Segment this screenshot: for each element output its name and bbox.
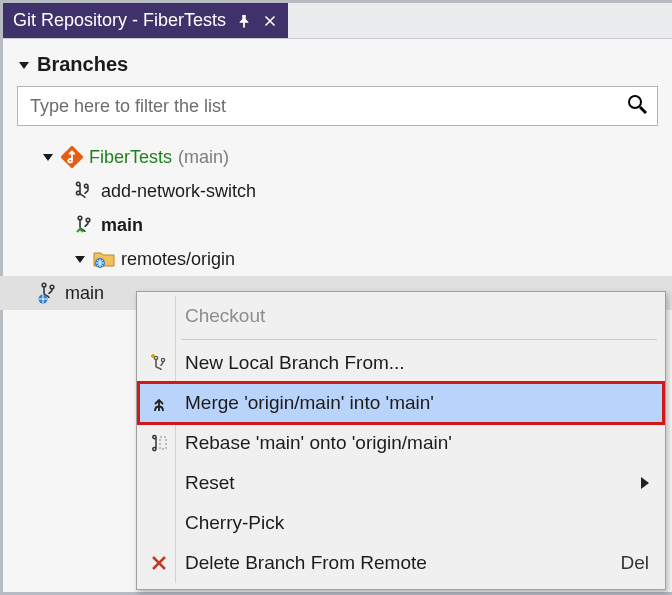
remote-folder-icon — [93, 248, 115, 270]
svg-line-1 — [640, 107, 646, 113]
filter-box[interactable] — [17, 86, 658, 126]
collapse-icon[interactable] — [17, 58, 31, 72]
svg-point-3 — [78, 216, 82, 220]
branch-label: main — [101, 215, 143, 236]
blank-icon — [145, 471, 173, 495]
tab-git-repository[interactable]: Git Repository - FiberTests — [3, 3, 288, 38]
git-repository-panel: Git Repository - FiberTests Branches — [0, 0, 672, 595]
panel-content: Branches FiberTests (main) — [3, 39, 672, 324]
svg-point-10 — [161, 358, 164, 361]
menu-item-merge[interactable]: Merge 'origin/main' into 'main' — [139, 383, 663, 423]
collapse-icon[interactable] — [73, 252, 87, 266]
svg-point-6 — [42, 283, 46, 287]
tree-branch-item[interactable]: add-network-switch — [69, 174, 658, 208]
repo-current-branch: (main) — [178, 147, 229, 168]
section-title: Branches — [37, 53, 128, 76]
context-menu: Checkout New Local Branch From... Merge … — [136, 291, 666, 590]
pin-icon[interactable] — [236, 13, 252, 29]
blank-icon — [145, 511, 173, 535]
tree-branch-item-current[interactable]: main — [69, 208, 658, 242]
repo-name: FiberTests — [89, 147, 172, 168]
remote-branch-icon — [37, 282, 59, 304]
svg-point-4 — [86, 218, 90, 222]
delete-icon — [145, 551, 173, 575]
svg-rect-11 — [160, 437, 166, 449]
merge-icon — [145, 391, 173, 415]
menu-item-cherry-pick[interactable]: Cherry-Pick — [139, 503, 663, 543]
menu-item-rebase[interactable]: Rebase 'main' onto 'origin/main' — [139, 423, 663, 463]
git-repo-icon — [61, 146, 83, 168]
new-branch-icon — [145, 351, 173, 375]
submenu-arrow-icon — [641, 477, 649, 489]
search-icon[interactable] — [627, 94, 647, 119]
menu-separator — [181, 339, 657, 340]
blank-icon — [145, 304, 173, 328]
branches-tree: FiberTests (main) add-network-switch mai… — [37, 140, 658, 310]
menu-item-checkout: Checkout — [139, 296, 663, 336]
svg-point-0 — [629, 96, 641, 108]
remote-group-label: remotes/origin — [121, 249, 235, 270]
branch-label: add-network-switch — [101, 181, 256, 202]
section-header-branches[interactable]: Branches — [17, 53, 658, 76]
filter-input[interactable] — [28, 95, 627, 118]
close-icon[interactable] — [262, 13, 278, 29]
tree-repo-node[interactable]: FiberTests (main) — [37, 140, 658, 174]
tab-strip: Git Repository - FiberTests — [3, 3, 672, 39]
shortcut-label: Del — [620, 552, 649, 574]
svg-point-7 — [50, 285, 54, 289]
menu-item-reset[interactable]: Reset — [139, 463, 663, 503]
menu-item-delete-remote[interactable]: Delete Branch From Remote Del — [139, 543, 663, 583]
tab-title: Git Repository - FiberTests — [13, 10, 226, 31]
tree-remotes-group[interactable]: remotes/origin — [69, 242, 658, 276]
rebase-icon — [145, 431, 173, 455]
branch-icon — [73, 180, 95, 202]
menu-item-new-branch[interactable]: New Local Branch From... — [139, 343, 663, 383]
collapse-icon[interactable] — [41, 150, 55, 164]
remote-branch-label: main — [65, 283, 104, 304]
branch-current-icon — [73, 214, 95, 236]
